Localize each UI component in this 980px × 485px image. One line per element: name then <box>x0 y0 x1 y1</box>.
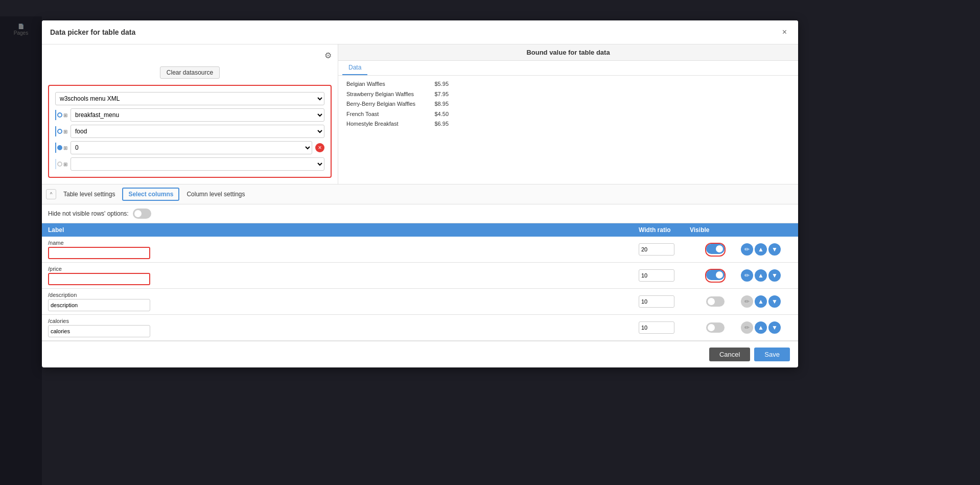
column-width-description <box>639 295 690 308</box>
column-input-price[interactable] <box>48 273 150 285</box>
dialog-close-button[interactable]: × <box>779 27 790 38</box>
visible-toggle-name-wrapper <box>705 243 726 257</box>
header-width-ratio: Width ratio <box>639 226 690 234</box>
settings-area: ^ Table level settings Select columns Co… <box>42 184 798 341</box>
cancel-button[interactable]: Cancel <box>709 348 750 361</box>
level4-select[interactable] <box>71 157 324 171</box>
width-input-name[interactable] <box>639 243 674 256</box>
level2-row: ⊞ food <box>55 125 324 138</box>
column-label-price: /price <box>48 266 639 285</box>
clear-datasource-button[interactable]: Clear datasource <box>160 66 220 79</box>
down-btn-description[interactable]: ▼ <box>768 295 781 308</box>
header-visible: Visible <box>690 226 741 234</box>
grid-icon-level2: ⊞ <box>63 129 67 134</box>
column-input-description[interactable] <box>48 299 150 311</box>
edit-btn-name[interactable]: ✏ <box>741 243 753 256</box>
level3-row: ⊞ 0 × <box>55 141 324 154</box>
dialog-footer: Cancel Save <box>42 341 798 367</box>
visible-cell-name <box>690 243 741 257</box>
tab-table-level-settings[interactable]: Table level settings <box>58 189 120 200</box>
width-input-description[interactable] <box>639 295 674 308</box>
dot-level3 <box>57 145 62 150</box>
column-label-calories: /calories <box>48 318 639 337</box>
width-input-calories[interactable] <box>639 321 674 334</box>
settings-tabs-bar: ^ Table level settings Select columns Co… <box>42 184 798 204</box>
level2-select[interactable]: food <box>71 125 324 138</box>
visible-toggle-name[interactable] <box>706 244 725 254</box>
column-width-calories <box>639 321 690 334</box>
level1-row: ⊞ breakfast_menu <box>55 108 324 122</box>
column-path-name: /name <box>48 240 639 246</box>
source-row: w3schools menu XML <box>55 92 324 105</box>
data-tab[interactable]: Data <box>342 61 367 75</box>
dialog-title: Data picker for table data <box>50 28 135 36</box>
column-path-calories: /calories <box>48 318 639 324</box>
column-row-description: /description ✏ ▲ ▼ <box>42 289 798 315</box>
data-picker-dialog: Data picker for table data × ⚙ Clear dat… <box>42 20 798 367</box>
column-label-description: /description <box>48 292 639 311</box>
visible-toggle-description[interactable] <box>706 296 725 307</box>
column-width-name <box>639 243 690 256</box>
grid-icon-level4: ⊞ <box>63 161 67 167</box>
source-select[interactable]: w3schools menu XML <box>55 92 324 105</box>
grid-icon-level3: ⊞ <box>63 145 67 151</box>
column-row-price: /price ✏ ▲ ▼ <box>42 263 798 289</box>
tab-select-columns[interactable]: Select columns <box>122 188 179 201</box>
up-btn-description[interactable]: ▲ <box>755 295 767 308</box>
visible-cell-calories <box>690 322 741 333</box>
visible-toggle-price[interactable] <box>706 270 725 280</box>
level4-row: ⊞ <box>55 157 324 171</box>
dialog-body: ⚙ Clear datasource w3schools menu XML <box>42 44 798 184</box>
delete-level3-button[interactable]: × <box>315 143 324 152</box>
bound-value-header: Bound value for table data <box>338 44 798 61</box>
column-path-price: /price <box>48 266 639 272</box>
column-path-description: /description <box>48 292 639 298</box>
tab-column-level-settings[interactable]: Column level settings <box>181 189 250 200</box>
hide-rows-row: Hide not visible rows' options: <box>42 204 798 223</box>
column-input-calories[interactable] <box>48 325 150 337</box>
action-btns-name: ✏ ▲ ▼ <box>741 243 792 256</box>
column-width-price <box>639 269 690 282</box>
up-btn-name[interactable]: ▲ <box>755 243 767 256</box>
hide-rows-toggle[interactable] <box>133 209 151 219</box>
action-btns-description: ✏ ▲ ▼ <box>741 295 792 308</box>
collapse-button[interactable]: ^ <box>46 189 56 199</box>
datasource-box: w3schools menu XML ⊞ breakfast_menu <box>48 85 332 178</box>
edit-btn-price[interactable]: ✏ <box>741 269 753 282</box>
column-row-calories: /calories ✏ ▲ ▼ <box>42 315 798 341</box>
dialog-header: Data picker for table data × <box>42 20 798 44</box>
data-tab-bar: Data <box>338 61 798 76</box>
down-btn-price[interactable]: ▼ <box>768 269 781 282</box>
visible-toggle-price-wrapper <box>705 269 726 283</box>
down-btn-calories[interactable]: ▼ <box>768 321 781 334</box>
visible-toggle-calories[interactable] <box>706 322 725 333</box>
up-btn-price[interactable]: ▲ <box>755 269 767 282</box>
toolbar-row: ⚙ <box>48 51 332 60</box>
dot-level2 <box>57 129 62 134</box>
action-btns-calories: ✏ ▲ ▼ <box>741 321 792 334</box>
header-label: Label <box>48 226 639 234</box>
right-panel: Bound value for table data Data Belgian … <box>338 44 798 184</box>
column-row-name: /name ✏ ▲ ▼ <box>42 237 798 263</box>
up-btn-calories[interactable]: ▲ <box>755 321 767 334</box>
level1-select[interactable]: breakfast_menu <box>71 108 324 122</box>
down-btn-name[interactable]: ▼ <box>768 243 781 256</box>
edit-btn-description[interactable]: ✏ <box>741 295 753 308</box>
grid-icon-level1: ⊞ <box>63 112 67 118</box>
action-btns-price: ✏ ▲ ▼ <box>741 269 792 282</box>
edit-btn-calories[interactable]: ✏ <box>741 321 753 334</box>
dot-level4 <box>57 161 62 167</box>
visible-cell-price <box>690 269 741 283</box>
columns-table-header: Label Width ratio Visible <box>42 223 798 237</box>
level3-select[interactable]: 0 <box>71 141 312 154</box>
save-button[interactable]: Save <box>754 348 790 361</box>
width-input-price[interactable] <box>639 269 674 282</box>
data-preview: Belgian Waffles$5.95 Strawberry Belgian … <box>338 76 798 133</box>
left-panel: ⚙ Clear datasource w3schools menu XML <box>42 44 338 184</box>
hide-rows-label: Hide not visible rows' options: <box>48 210 129 217</box>
gear-button[interactable]: ⚙ <box>324 51 332 60</box>
column-input-name[interactable] <box>48 247 150 259</box>
visible-cell-description <box>690 296 741 307</box>
dot-level1 <box>57 112 62 118</box>
column-label-name: /name <box>48 240 639 259</box>
